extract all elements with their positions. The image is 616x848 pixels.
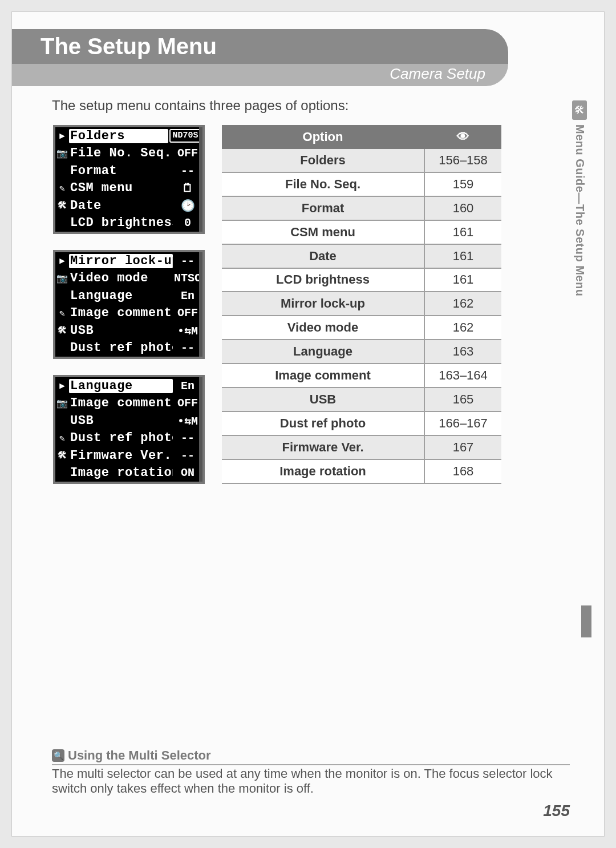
option-name: CSM menu [222,220,424,244]
lcd-row-icon: 🛠 [55,325,69,336]
intro-text: The setup menu contains three pages of o… [52,98,604,114]
option-pages: 161 [424,268,501,292]
table-row: Language163 [222,340,501,364]
lcd-screen: ▶FoldersND70S📷File No. Seq.OFFFormat--✎C… [53,125,205,234]
lcd-row-label: Image comment [69,396,173,410]
option-pages: 162 [424,292,501,316]
thumb-index-mark [581,605,591,637]
lcd-scrollbar [199,127,202,232]
footnote-body: The multi selector can be used at any ti… [52,766,570,796]
lcd-row-icon: 🛠 [55,200,69,211]
option-name: Image comment [222,364,424,387]
lcd-row-value: 🗒 [173,181,202,195]
option-name: Mirror lock-up [222,292,424,316]
lcd-row-icon: ✎ [55,433,69,444]
lcd-row: ✎Dust ref photo-- [55,430,202,447]
page-subtitle: Camera Setup [12,64,508,86]
header: The Setup Menu Camera Setup [12,29,581,86]
lcd-row: LanguageEn [55,287,202,305]
lcd-row: 📷Image commentOFF [55,395,202,413]
lcd-row: ✎CSM menu🗒 [55,180,202,197]
table-row: LCD brightness161 [222,268,501,292]
option-pages: 156–158 [424,149,501,172]
option-pages: 166–167 [424,411,501,435]
table-row: USB165 [222,387,501,411]
lcd-row-label: Date [69,199,173,213]
lcd-row-label: Video mode [69,271,173,285]
option-name: LCD brightness [222,268,424,292]
option-name: Format [222,196,424,220]
manual-page: The Setup Menu Camera Setup The setup me… [11,11,605,837]
lcd-row-label: Firmware Ver. [69,449,173,463]
lcd-row-label: Image rotation [69,466,173,480]
lcd-row-label: File No. Seq. [69,146,173,160]
lcd-row: 🛠USB•⇆M [55,322,202,340]
lcd-row-value: •⇆M [173,324,202,338]
option-name: Language [222,340,424,364]
lcd-row-label: LCD brightness [69,216,173,230]
option-pages: 163–164 [424,364,501,387]
option-name: Firmware Ver. [222,435,424,459]
lcd-row-value: En [173,379,202,393]
lcd-row-value: -- [173,449,202,462]
lcd-row-icon: ▶ [55,255,69,266]
option-pages: 163 [424,340,501,364]
option-name: Folders [222,149,424,172]
lcd-row-value: •⇆M [173,414,202,428]
table-row: Date161 [222,244,501,268]
lcd-row-label: USB [69,324,173,338]
lcd-row-icon: 📷 [55,398,69,409]
lcd-row-label: Image comment [69,306,173,320]
lcd-row-value: OFF [173,397,202,410]
table-row: Image rotation168 [222,459,501,483]
lcd-row-label: Dust ref photo [69,431,173,445]
lcd-row-value: ON [173,466,202,479]
option-pages: 159 [424,172,501,196]
lcd-row-label: Dust ref photo [69,341,173,355]
lcd-row-value: -- [173,431,202,445]
lcd-row-label: USB [69,414,173,428]
option-pages: 161 [424,220,501,244]
lcd-row: 🛠Firmware Ver.-- [55,447,202,465]
wrench-icon: 🛠 [572,100,587,120]
lcd-screen: ▶Mirror lock-up--📷Video modeNTSCLanguage… [53,250,205,359]
lcd-row-label: Mirror lock-up [69,254,173,268]
lcd-row-icon: ✎ [55,183,69,194]
lcd-row: Format-- [55,162,202,180]
footnote: 🔍 Using the Multi Selector The multi sel… [52,748,570,796]
option-name: Image rotation [222,459,424,483]
lcd-row-value: OFF [173,147,202,160]
lcd-row-icon: ▶ [55,130,69,142]
table-row: CSM menu161 [222,220,501,244]
lcd-row: ▶FoldersND70S [55,127,202,145]
lcd-row: 🛠Date🕑 [55,197,202,215]
lcd-row-icon: 🛠 [55,450,69,461]
page-title: The Setup Menu [12,29,508,64]
options-header-page-icon: 👁 [424,125,501,149]
option-pages: 161 [424,244,501,268]
lcd-row-label: Folders [69,129,168,143]
lcd-row-value: -- [173,164,202,177]
lcd-row: 📷Video modeNTSC [55,270,202,288]
option-name: Video mode [222,316,424,340]
lcd-row: LCD brightness0 [55,215,202,232]
lcd-row-label: Language [69,379,173,393]
side-tab-text: Menu Guide—The Setup Menu [573,124,586,296]
lcd-row-icon: 📷 [55,273,69,284]
lcd-row-value: NTSC [173,272,202,285]
lcd-row-icon: ✎ [55,308,69,319]
lcd-row: ✎Image commentOFF [55,305,202,322]
table-row: Video mode162 [222,316,501,340]
lcd-scrollbar [199,377,202,482]
lcd-row-value: 🕑 [173,199,202,213]
lcd-row-icon: ▶ [55,380,69,391]
lcd-scrollbar [199,252,202,357]
table-row: Format160 [222,196,501,220]
lcd-row: 📷File No. Seq.OFF [55,145,202,163]
lcd-row-value: ND70S [169,129,201,143]
table-row: Firmware Ver.167 [222,435,501,459]
lcd-screens-column: ▶FoldersND70S📷File No. Seq.OFFFormat--✎C… [53,125,205,484]
options-table: Option 👁 Folders156–158File No. Seq.159F… [222,125,501,484]
table-row: File No. Seq.159 [222,172,501,196]
option-name: USB [222,387,424,411]
